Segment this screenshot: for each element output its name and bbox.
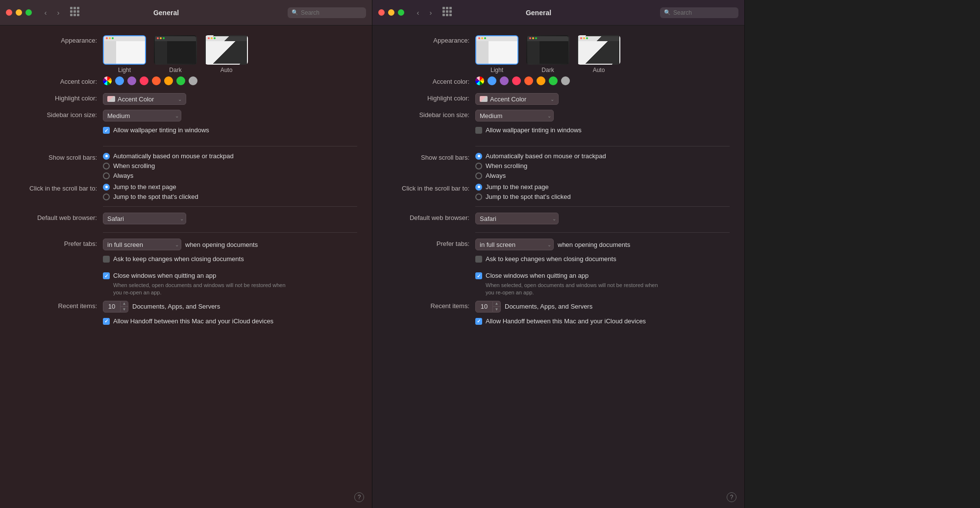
appearance-option-auto[interactable]: Auto — [577, 35, 620, 73]
stepper-down-button[interactable]: ▼ — [493, 307, 501, 313]
wallpaper-tinting-checkbox[interactable] — [103, 127, 110, 134]
accent-color-dot[interactable] — [140, 76, 148, 85]
close-windows-checkbox[interactable] — [103, 272, 110, 279]
radio-button[interactable] — [103, 153, 110, 160]
close-windows-checkbox-row[interactable]: Close windows when quitting an app — [103, 272, 289, 279]
search-input[interactable] — [301, 9, 362, 16]
accent-color-dot[interactable] — [189, 76, 197, 85]
show-scroll-bars-option[interactable]: When scrolling — [475, 162, 606, 169]
ask-keep-changes-checkbox-row[interactable]: Ask to keep changes when closing documen… — [103, 255, 244, 263]
wallpaper-tinting-checkbox[interactable] — [475, 127, 482, 134]
ask-keep-changes-checkbox-row[interactable]: Ask to keep changes when closing documen… — [475, 255, 616, 263]
sidebar-icon-size-select[interactable]: SmallMediumLarge — [475, 110, 554, 121]
radio-button[interactable] — [475, 163, 482, 169]
accent-colors — [103, 76, 357, 85]
accent-color-multicolor[interactable] — [103, 76, 112, 85]
minimize-button[interactable] — [16, 9, 22, 16]
show-scroll-bars-option[interactable]: Always — [475, 172, 606, 179]
minimize-button[interactable] — [388, 9, 394, 16]
thumb-dot-yellow — [160, 37, 162, 39]
search-input[interactable] — [673, 9, 735, 16]
handoff-checkbox-row[interactable]: Allow Handoff between this Mac and your … — [103, 317, 273, 325]
accent-color-dot[interactable] — [164, 76, 173, 85]
handoff-checkbox[interactable] — [103, 318, 110, 325]
ask-keep-changes-checkbox[interactable] — [475, 256, 482, 263]
appearance-label: Appearance: — [5, 35, 103, 45]
accent-color-dot[interactable] — [561, 76, 570, 85]
search-bar[interactable]: 🔍 — [288, 7, 366, 18]
divider-3 — [103, 232, 357, 233]
handoff-checkbox-row[interactable]: Allow Handoff between this Mac and your … — [475, 317, 646, 325]
settings-content: Appearance: Light — [0, 25, 372, 508]
appearance-thumb-light — [103, 35, 146, 65]
thumb-dots — [208, 37, 216, 39]
maximize-button[interactable] — [25, 9, 32, 16]
radio-button[interactable] — [103, 163, 110, 169]
highlight-color-select[interactable]: Accent Color ⌄ — [103, 93, 186, 105]
handoff-checkbox[interactable] — [475, 318, 482, 325]
highlight-swatch — [107, 96, 115, 102]
radio-button[interactable] — [103, 194, 110, 200]
accent-color-dot[interactable] — [500, 76, 509, 85]
accent-color-dot[interactable] — [115, 76, 124, 85]
maximize-button[interactable] — [398, 9, 404, 16]
radio-button[interactable] — [475, 153, 482, 160]
click-scroll-bar-option[interactable]: Jump to the spot that's clicked — [103, 193, 198, 200]
stepper-down-button[interactable]: ▼ — [121, 307, 128, 313]
show-scroll-bars-option[interactable]: Automatically based on mouse or trackpad — [103, 152, 234, 160]
highlight-color-select[interactable]: Accent Color ⌄ — [475, 93, 559, 105]
close-button[interactable] — [378, 9, 385, 16]
default-browser-select[interactable]: SafariChromeFirefox — [475, 213, 559, 224]
appearance-option-auto[interactable]: Auto — [205, 35, 248, 73]
accent-color-label: Accent color: — [377, 76, 475, 86]
appearance-option-light[interactable]: Light — [103, 35, 146, 73]
accent-color-dot[interactable] — [537, 76, 545, 85]
show-scroll-bars-option[interactable]: Automatically based on mouse or trackpad — [475, 152, 606, 160]
radio-button[interactable] — [103, 172, 110, 179]
recent-items-input[interactable] — [475, 301, 493, 313]
close-windows-checkbox-row[interactable]: Close windows when quitting an app — [475, 272, 662, 279]
appearance-option-label: Dark — [541, 67, 554, 73]
accent-color-dot[interactable] — [524, 76, 533, 85]
accent-color-dot[interactable] — [127, 76, 136, 85]
help-button[interactable]: ? — [727, 492, 736, 502]
thumb-dot-red — [157, 37, 159, 39]
accent-color-multicolor[interactable] — [475, 76, 484, 85]
default-browser-select[interactable]: SafariChromeFirefox — [103, 213, 186, 224]
accent-color-label: Accent color: — [5, 76, 103, 86]
appearance-option-dark[interactable]: Dark — [154, 35, 197, 73]
wallpaper-tinting-checkbox-row[interactable]: Allow wallpaper tinting in windows — [103, 126, 209, 134]
appearance-option-dark[interactable]: Dark — [526, 35, 569, 73]
show-scroll-bars-option[interactable]: Always — [103, 172, 234, 179]
accent-color-dot[interactable] — [176, 76, 185, 85]
wallpaper-tinting-text: Allow wallpaper tinting in windows — [113, 126, 209, 134]
stepper-up-button[interactable]: ▲ — [493, 301, 501, 307]
show-scroll-bars-option[interactable]: When scrolling — [103, 162, 234, 169]
click-scroll-bar-option[interactable]: Jump to the next page — [103, 183, 198, 191]
thumb-sidebar — [578, 41, 590, 64]
handoff-text: Allow Handoff between this Mac and your … — [486, 317, 646, 325]
help-button[interactable]: ? — [354, 492, 364, 502]
ask-keep-changes-checkbox[interactable] — [103, 256, 110, 263]
radio-button[interactable] — [103, 184, 110, 191]
click-scroll-bar-option[interactable]: Jump to the spot that's clicked — [475, 193, 571, 200]
close-windows-checkbox[interactable] — [475, 272, 482, 279]
radio-label: Always — [486, 172, 506, 179]
radio-button[interactable] — [475, 184, 482, 191]
stepper-up-button[interactable]: ▲ — [121, 301, 128, 307]
search-bar[interactable]: 🔍 — [660, 7, 738, 18]
radio-button[interactable] — [475, 172, 482, 179]
radio-button[interactable] — [475, 194, 482, 200]
recent-items-input[interactable] — [103, 301, 121, 313]
close-button[interactable] — [6, 9, 12, 16]
prefer-tabs-select[interactable]: in full screenalwaysnever — [103, 239, 181, 250]
prefer-tabs-select[interactable]: in full screenalwaysnever — [475, 239, 554, 250]
sidebar-icon-size-select[interactable]: SmallMediumLarge — [103, 110, 181, 121]
accent-color-dot[interactable] — [152, 76, 161, 85]
accent-color-dot[interactable] — [549, 76, 558, 85]
accent-color-dot[interactable] — [488, 76, 496, 85]
wallpaper-tinting-checkbox-row[interactable]: Allow wallpaper tinting in windows — [475, 126, 582, 134]
accent-color-dot[interactable] — [512, 76, 521, 85]
appearance-option-light[interactable]: Light — [475, 35, 518, 73]
click-scroll-bar-option[interactable]: Jump to the next page — [475, 183, 571, 191]
